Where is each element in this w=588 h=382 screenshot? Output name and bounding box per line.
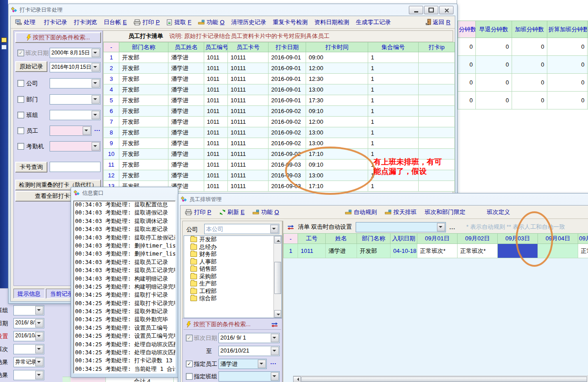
tree-item-department[interactable]: 总经办 — [184, 243, 281, 251]
punch-record-row[interactable]: 4 开发部 潘学进 1011 10111 2016-09-01 13:00 1 — [104, 84, 455, 95]
chevron-down-icon[interactable] — [271, 334, 279, 342]
date-from-picker[interactable]: 2016/ 9/ 1 — [218, 333, 280, 343]
title-bar[interactable]: 打卡记录日常处理 — [11, 6, 63, 14]
employee-checkbox[interactable] — [17, 127, 24, 134]
chevron-down-icon[interactable] — [35, 332, 43, 340]
horizontal-scrollbar[interactable] — [293, 376, 588, 382]
minimize-button[interactable] — [409, 6, 423, 14]
chevron-down-icon[interactable] — [35, 319, 43, 327]
raw-records-button[interactable]: 原始记录 — [15, 61, 47, 72]
card-query-input[interactable] — [50, 162, 101, 172]
cell-name[interactable]: 潘学进 — [168, 95, 204, 106]
punch-record-row[interactable]: 7 开发部 潘学进 1011 10111 2016-09-02 12:00 1 — [104, 117, 455, 127]
col-dept[interactable]: 部门名称 — [357, 234, 391, 244]
company-combo[interactable] — [50, 78, 101, 88]
field-combo[interactable] — [13, 344, 44, 354]
punch-record-row[interactable]: 1 开发部 潘学进 1011 10111 2016-09-01 09:00 1 — [104, 52, 455, 63]
team-combo[interactable] — [218, 371, 280, 382]
shift-date-to-picker[interactable]: 2016年10月15日 — [50, 62, 101, 72]
tree-item-department[interactable]: 工程部 — [184, 288, 281, 295]
col-date[interactable]: 打卡日期 — [269, 42, 306, 52]
toolbar-item-clean-history[interactable]: 清理历史记录 — [231, 18, 266, 26]
tree-item-department[interactable]: 开发部 — [184, 236, 281, 243]
cell-name[interactable]: 潘学进 — [168, 106, 204, 117]
employee-combo[interactable] — [50, 126, 92, 136]
toolbar-item-print[interactable]: 打印P — [134, 18, 160, 26]
toolbar-item-shift-define[interactable]: 班次定义 — [487, 208, 510, 216]
employee-browse-button[interactable]: ... — [94, 126, 101, 132]
col-index[interactable]: - — [104, 42, 119, 52]
scroll-left-button[interactable] — [293, 376, 301, 382]
toolbar-item-daily-ledger[interactable]: 日台帐E — [104, 18, 127, 26]
department-checkbox[interactable] — [17, 96, 24, 103]
shift-date-checkbox[interactable]: ✓ — [17, 50, 24, 56]
toolbar-item-day-schedule[interactable]: 按天排班 — [385, 208, 416, 216]
team-combo[interactable] — [50, 110, 101, 120]
col-time[interactable]: 打卡时间 — [306, 42, 368, 52]
tree-item-department[interactable]: 生产部 — [184, 280, 281, 288]
chevron-down-icon[interactable] — [437, 223, 445, 231]
scroll-up-button[interactable] — [274, 236, 281, 243]
close-button[interactable] — [439, 6, 454, 14]
col-name[interactable]: 员工姓名 — [168, 42, 204, 52]
punch-record-row[interactable]: 2 开发部 潘学进 1011 10111 2016-09-01 12:00 1 — [104, 63, 455, 74]
tree-item-department[interactable]: 人事部 — [184, 258, 281, 266]
auto-set-browse-button[interactable]: ... — [449, 224, 456, 231]
maximize-button[interactable] — [424, 6, 438, 14]
summary-row[interactable]: 0 0 0 0 0 — [458, 74, 588, 92]
tree-item-department[interactable]: 销售部 — [184, 265, 281, 273]
chevron-down-icon[interactable] — [92, 63, 100, 71]
toolbar-item-date-check[interactable]: 资料日期检测 — [314, 18, 349, 26]
shift-date-from-picker[interactable]: 2000年 8月15日 — [50, 48, 101, 58]
summary-row[interactable]: 0 0 0 0 0 — [458, 56, 588, 74]
date-to-picker[interactable]: 2016/10/21 — [218, 346, 280, 356]
col-empno[interactable]: 员工编号 — [204, 42, 228, 52]
auto-set-combo[interactable] — [356, 222, 446, 232]
col-group[interactable]: 集合编号 — [368, 42, 419, 52]
toolbar-item-process[interactable]: 处理 — [15, 18, 37, 26]
chevron-down-icon[interactable] — [35, 345, 43, 353]
col-sep02[interactable]: 09月02日 — [458, 234, 498, 244]
col-name[interactable]: 姓名 — [326, 234, 357, 244]
chevron-down-icon[interactable] — [35, 371, 43, 379]
col-sep01[interactable]: 09月01日 — [417, 234, 458, 244]
cell-name[interactable]: 潘学进 — [168, 127, 204, 138]
cell-name[interactable]: 潘学进 — [168, 52, 204, 63]
cell-name[interactable]: 潘学进 — [168, 160, 204, 170]
scrollbar-thumb[interactable] — [274, 262, 281, 294]
status-tip-tab[interactable]: 提示信息 — [13, 289, 45, 298]
team-checkbox[interactable] — [186, 373, 193, 380]
col-sep05-partial[interactable]: 09月 — [578, 234, 588, 244]
department-tree[interactable]: 开发部 总经办 财务部 — [184, 235, 282, 318]
chevron-down-icon[interactable] — [92, 111, 100, 119]
chevron-down-icon[interactable] — [92, 49, 100, 57]
info-window[interactable]: 信息窗口 00:34:03 考勤处理: 提取配置信息00:34:03 考勤处理:… — [71, 187, 178, 378]
toolbar-item-punch-records[interactable]: 打卡记录 — [44, 18, 67, 26]
tree-item-department[interactable]: 财务部 — [184, 251, 281, 258]
title-bar[interactable]: 信息窗口 — [74, 189, 104, 197]
toolbar-item-refresh[interactable]: 刷新E — [219, 208, 245, 216]
toolbar-item-extract[interactable]: 提取F — [166, 18, 191, 26]
cell-name[interactable]: 潘学进 — [168, 149, 204, 160]
field-combo[interactable]: 异常记录 — [13, 357, 44, 367]
company-checkbox[interactable] — [17, 80, 24, 87]
toolbar-item-dup-card-check[interactable]: 重复卡号检测 — [273, 18, 307, 26]
department-combo[interactable] — [50, 94, 101, 105]
punch-record-row[interactable]: 8 开发部 潘学进 1011 10111 2016-09-02 13:00 1 — [104, 127, 455, 138]
col-hire-date[interactable]: 入职日期 — [391, 234, 417, 244]
search-bar[interactable]: 按照下面的条件检索... — [184, 319, 281, 330]
tree-item-department[interactable]: 综合部 — [184, 295, 281, 302]
toolbar-item-return[interactable]: 返回R — [425, 18, 450, 26]
process-log[interactable]: 00:34:03 考勤处理: 提取配置信息00:34:03 考勤处理: 提取请假… — [73, 201, 176, 374]
machine-combo[interactable] — [50, 141, 101, 151]
chevron-down-icon[interactable] — [92, 95, 100, 104]
punch-record-row[interactable]: 5 开发部 潘学进 1011 10111 2016-09-01 17:30 1 — [104, 95, 455, 106]
employee-browse-button[interactable]: ... — [270, 359, 277, 365]
chevron-down-icon[interactable] — [92, 142, 100, 151]
punch-record-row[interactable]: 9 开发部 潘学进 1011 10111 2016-09-02 13:00 1 — [104, 138, 455, 149]
employee-combo[interactable]: 潘学进 — [218, 359, 267, 369]
scroll-down-button[interactable] — [274, 310, 281, 318]
cell-name[interactable]: 潘学进 — [168, 63, 204, 74]
swap-arrows-icon[interactable] — [271, 322, 278, 327]
col-empno[interactable]: 工号 — [298, 234, 326, 244]
